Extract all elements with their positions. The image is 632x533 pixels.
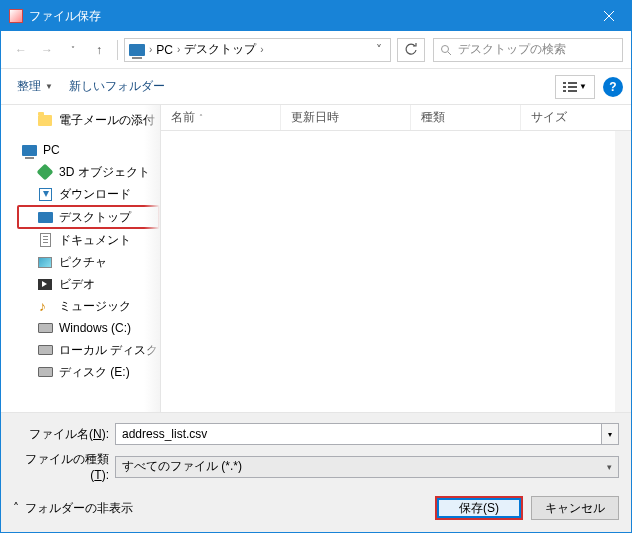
svg-rect-8 (563, 90, 566, 92)
drive-icon (38, 345, 53, 355)
separator (117, 40, 118, 60)
breadcrumb[interactable]: › PC › デスクトップ › ˅ (124, 38, 391, 62)
music-icon (39, 299, 51, 313)
column-date[interactable]: 更新日時 (281, 105, 411, 130)
tree-item-downloads[interactable]: ダウンロード (1, 183, 160, 205)
chevron-right-icon[interactable]: › (149, 44, 152, 55)
view-icon (563, 81, 577, 93)
svg-rect-9 (568, 90, 577, 92)
desktop-icon (38, 212, 53, 223)
tree-item-drive-e[interactable]: ディスク (E:) (1, 361, 160, 383)
tree-item-desktop[interactable]: デスクトップ (17, 205, 160, 229)
back-button[interactable]: ← (9, 38, 33, 62)
refresh-icon (404, 43, 418, 57)
download-icon (39, 188, 52, 201)
drive-icon (38, 323, 53, 333)
filename-label: ファイル名(N): (13, 426, 109, 443)
filename-row: ファイル名(N): ▾ (13, 423, 619, 445)
pc-icon (129, 44, 145, 56)
breadcrumb-dropdown[interactable]: ˅ (372, 43, 386, 57)
app-icon (9, 9, 23, 23)
up-button[interactable]: ↑ (87, 38, 111, 62)
nav-bar: ← → ˅ ↑ › PC › デスクトップ › ˅ デスクトップの検索 (1, 31, 631, 69)
svg-rect-7 (568, 86, 577, 88)
recent-dropdown[interactable]: ˅ (61, 38, 85, 62)
tree-item-drive-c[interactable]: Windows (C:) (1, 317, 160, 339)
filetype-label: ファイルの種類(T): (13, 451, 109, 482)
window-title: ファイル保存 (29, 8, 586, 25)
tree-item-videos[interactable]: ビデオ (1, 273, 160, 295)
filename-input[interactable] (115, 423, 601, 445)
view-button[interactable]: ▼ (555, 75, 595, 99)
bottom-panel: ファイル名(N): ▾ ファイルの種類(T): すべてのファイル (*.*)▾ … (1, 412, 631, 532)
chevron-right-icon[interactable]: › (260, 44, 263, 55)
new-folder-button[interactable]: 新しいフォルダー (61, 74, 173, 99)
actions-row: ˄フォルダーの非表示 保存(S) キャンセル (13, 496, 619, 520)
column-type[interactable]: 種類 (411, 105, 521, 130)
search-placeholder: デスクトップの検索 (458, 41, 566, 58)
svg-rect-5 (568, 82, 577, 84)
refresh-button[interactable] (397, 38, 425, 62)
svg-line-3 (448, 52, 451, 55)
tree-item-documents[interactable]: ドキュメント (1, 229, 160, 251)
pc-icon (22, 145, 37, 156)
svg-point-2 (442, 45, 449, 52)
save-button[interactable]: 保存(S) (435, 496, 523, 520)
list-header: 名前˄ 更新日時 種類 サイズ (161, 105, 631, 131)
sort-indicator: ˄ (199, 113, 203, 122)
filetype-row: ファイルの種類(T): すべてのファイル (*.*)▾ (13, 451, 619, 482)
close-icon (604, 11, 614, 21)
toolbar: 整理▼ 新しいフォルダー ▼ ? (1, 69, 631, 105)
breadcrumb-folder[interactable]: デスクトップ (184, 41, 256, 58)
tree-item-music[interactable]: ミュージック (1, 295, 160, 317)
folder-icon (38, 115, 52, 126)
tree-item-3d-objects[interactable]: 3D オブジェクト (1, 161, 160, 183)
chevron-down-icon: ▼ (579, 82, 587, 91)
chevron-right-icon[interactable]: › (177, 44, 180, 55)
svg-rect-6 (563, 86, 566, 88)
titlebar: ファイル保存 (1, 1, 631, 31)
file-list: 名前˄ 更新日時 種類 サイズ (161, 105, 631, 412)
folder-tree: 電子メールの添付 PC 3D オブジェクト ダウンロード デスクトップ ドキュメ… (1, 105, 161, 412)
close-button[interactable] (586, 1, 631, 31)
search-icon (440, 44, 452, 56)
organize-button[interactable]: 整理▼ (9, 74, 61, 99)
list-body[interactable] (161, 131, 631, 412)
column-name[interactable]: 名前˄ (161, 105, 281, 130)
drive-icon (38, 367, 53, 377)
help-button[interactable]: ? (603, 77, 623, 97)
forward-button[interactable]: → (35, 38, 59, 62)
chevron-down-icon: ▼ (45, 82, 53, 91)
hide-folders-button[interactable]: ˄フォルダーの非表示 (13, 500, 133, 517)
column-size[interactable]: サイズ (521, 105, 631, 130)
tree-item-pc[interactable]: PC (1, 139, 160, 161)
filename-dropdown[interactable]: ▾ (601, 423, 619, 445)
document-icon (40, 233, 51, 247)
cancel-button[interactable]: キャンセル (531, 496, 619, 520)
tree-item-email-attachments[interactable]: 電子メールの添付 (1, 109, 160, 131)
chevron-up-icon: ˄ (13, 501, 19, 515)
picture-icon (38, 257, 52, 268)
body: 電子メールの添付 PC 3D オブジェクト ダウンロード デスクトップ ドキュメ… (1, 105, 631, 412)
tree-item-drive-d[interactable]: ローカル ディスク (D (1, 339, 160, 361)
breadcrumb-pc[interactable]: PC (156, 43, 173, 57)
filetype-select[interactable]: すべてのファイル (*.*)▾ (115, 456, 619, 478)
search-box[interactable]: デスクトップの検索 (433, 38, 623, 62)
tree-item-pictures[interactable]: ピクチャ (1, 251, 160, 273)
3d-icon (37, 164, 54, 181)
video-icon (38, 279, 52, 290)
svg-rect-4 (563, 82, 566, 84)
